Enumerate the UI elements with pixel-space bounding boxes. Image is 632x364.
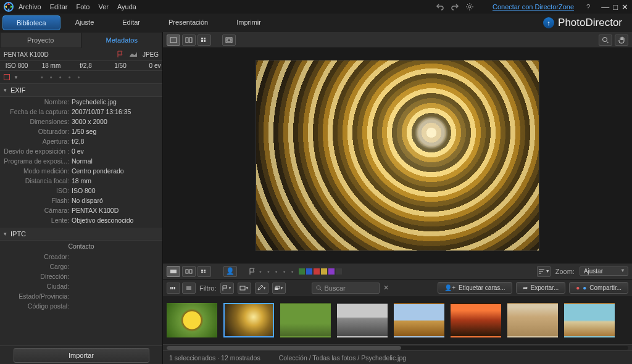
layout-single-icon[interactable] [167, 266, 180, 277]
svg-rect-3 [170, 38, 177, 43]
share-icon: ● [576, 284, 580, 291]
svg-point-1 [7, 5, 10, 9]
filter-flag-icon[interactable]: ▼ [220, 283, 234, 294]
sort-icon[interactable]: ▼ [537, 266, 551, 277]
view-single-icon[interactable] [167, 35, 180, 46]
thumbnail-scrollbar[interactable] [163, 344, 632, 350]
share-button[interactable]: ●●Compartir... [569, 282, 628, 294]
thumbnail-6[interactable] [451, 303, 501, 337]
thumbnail-7[interactable] [507, 303, 558, 337]
sidebar: Proyecto Metadatos PENTAX K100D JPEG ISO… [0, 32, 163, 364]
connect-directorzone-link[interactable]: Conectar con DirectorZone [493, 3, 574, 10]
exif-dist-value: 18 mm [72, 177, 91, 184]
histogram-icon[interactable] [129, 51, 138, 57]
zoom-select[interactable]: Ajustar [580, 267, 628, 276]
exif-prog-value: Normal [72, 157, 93, 165]
undo-icon[interactable] [436, 2, 444, 11]
color-label-dropdown[interactable]: ▼ [14, 75, 19, 80]
close-button[interactable]: ✕ [622, 2, 628, 12]
fullscreen-icon[interactable] [222, 35, 236, 46]
upload-icon[interactable]: ↑ [543, 17, 554, 28]
svg-rect-17 [201, 270, 203, 271]
svg-rect-30 [240, 286, 245, 290]
menu-editar[interactable]: Editar [50, 3, 68, 10]
layout-grid-icon[interactable] [198, 266, 211, 277]
search-clear-icon[interactable]: ✕ [383, 284, 389, 292]
mid-toolbar: 👤 • • • • • ▼ Zoom: Ajustar [163, 263, 632, 279]
tag-faces-button[interactable]: 👤+Etiquetar caras... [438, 282, 512, 294]
rating-filter[interactable]: • • • • • [259, 268, 295, 275]
tab-ajuste[interactable]: Ajuste [62, 15, 108, 30]
section-exif[interactable]: EXIF [0, 84, 162, 97]
menu-foto[interactable]: Foto [76, 3, 89, 10]
svg-point-2 [468, 6, 471, 8]
svg-rect-25 [172, 287, 173, 289]
thumbnail-1[interactable] [167, 303, 217, 337]
help-icon[interactable]: ? [586, 3, 590, 10]
layout-row-icon[interactable] [182, 266, 196, 277]
section-iptc[interactable]: IPTC [0, 228, 162, 241]
color-label-swatch[interactable] [4, 74, 10, 80]
exif-lente-label: Lente: [4, 217, 72, 224]
svg-rect-24 [170, 287, 172, 289]
svg-rect-5 [189, 38, 192, 43]
swatch-red[interactable] [314, 268, 320, 275]
menu-archivo[interactable]: Archivo [19, 3, 41, 10]
star-rating[interactable]: • • • • • [41, 73, 82, 81]
side-tab-metadatos[interactable]: Metadatos [81, 32, 163, 48]
menu-ver[interactable]: Ver [98, 3, 109, 10]
menu-ayuda[interactable]: Ayuda [117, 3, 136, 10]
view-split-icon[interactable] [182, 35, 196, 46]
view-grid-icon[interactable] [198, 35, 211, 46]
person-plus-icon: 👤+ [444, 284, 455, 291]
filter-label-icon[interactable]: ▼ [238, 283, 251, 294]
gear-icon[interactable] [465, 2, 474, 11]
filter-stack-icon[interactable]: ▼ [272, 283, 286, 294]
redo-icon[interactable] [451, 2, 459, 11]
exif-modo-label: Modo medición: [4, 167, 72, 175]
svg-rect-8 [201, 40, 203, 42]
thumb-size-small-icon[interactable] [167, 283, 180, 294]
zoom-tool-icon[interactable] [599, 35, 612, 46]
filtro-label: Filtro: [199, 284, 217, 292]
swatch-purple[interactable] [328, 268, 335, 275]
pan-tool-icon[interactable] [615, 35, 628, 46]
quick-aperture: f/2,8 [73, 62, 99, 69]
filter-edit-icon[interactable]: ▼ [255, 283, 268, 294]
tab-imprimir[interactable]: Imprimir [223, 15, 275, 30]
thumb-size-large-icon[interactable] [182, 283, 196, 294]
thumbnail-2[interactable] [223, 303, 274, 337]
flag-filter-icon[interactable] [249, 268, 256, 275]
exif-cam-label: Cámara: [4, 207, 72, 214]
thumbnail-4[interactable] [337, 303, 388, 337]
iptc-cargo-label: Cargo: [4, 263, 72, 270]
tab-presentacion[interactable]: Presentación [155, 15, 222, 30]
color-filter[interactable] [299, 268, 342, 275]
thumbnail-3[interactable] [280, 303, 331, 337]
swatch-gray[interactable] [336, 268, 342, 275]
import-button[interactable]: Importar [14, 348, 149, 363]
iptc-direccion-label: Dirección: [4, 273, 72, 280]
maximize-button[interactable]: □ [613, 2, 618, 12]
face-icon[interactable]: 👤 [223, 266, 237, 277]
filter-bar: Filtro: ▼ ▼ ▼ ▼ Buscar ✕ 👤+Etiquetar car… [163, 279, 632, 296]
thumbnail-8[interactable] [564, 303, 615, 337]
svg-rect-20 [204, 271, 206, 273]
side-tab-proyecto[interactable]: Proyecto [0, 32, 81, 48]
thumbnail-5[interactable] [394, 303, 444, 337]
swatch-blue[interactable] [306, 268, 312, 275]
exif-iso-label: ISO: [4, 187, 72, 194]
svg-rect-16 [189, 270, 192, 273]
brand-name: PhotoDirector [558, 17, 622, 29]
flag-icon[interactable] [117, 51, 124, 58]
search-input[interactable]: Buscar [312, 283, 380, 294]
export-button[interactable]: ➦Exportar... [516, 282, 566, 294]
preview-area[interactable] [163, 48, 632, 263]
tab-editar[interactable]: Editar [109, 15, 154, 30]
exif-fecha-label: Fecha de la captura: [4, 108, 72, 115]
tab-biblioteca[interactable]: Biblioteca [2, 15, 60, 30]
minimize-button[interactable]: — [601, 2, 609, 12]
swatch-yellow[interactable] [321, 268, 327, 275]
scrollbar-handle[interactable] [167, 346, 401, 350]
swatch-green[interactable] [299, 268, 305, 275]
